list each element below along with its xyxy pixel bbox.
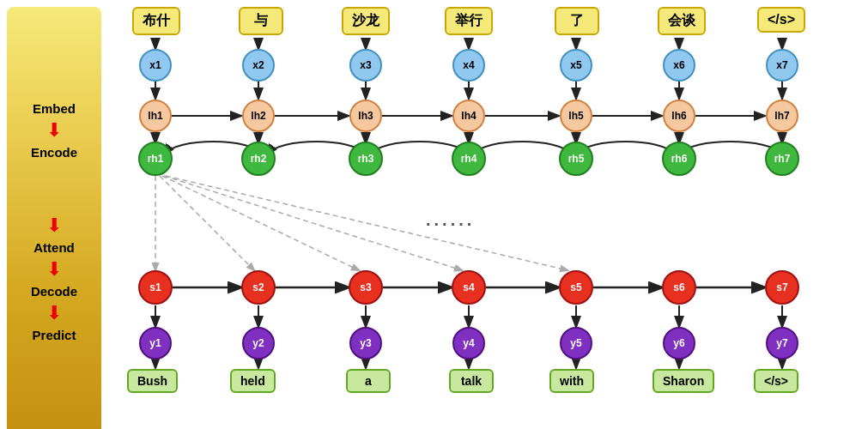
s1-node: s1 (138, 270, 173, 305)
lh5-node: lh5 (560, 100, 592, 132)
chinese-word-5: 会谈 (658, 7, 706, 35)
svg-line-51 (166, 176, 568, 270)
s5-node: s5 (559, 270, 593, 305)
chinese-word-6: </s> (757, 7, 805, 33)
svg-line-49 (162, 176, 359, 270)
output-word-3: talk (449, 369, 494, 393)
x7-node: x7 (766, 49, 798, 82)
output-word-0: Bush (127, 369, 178, 393)
arrow-encode-attend: ⬇ (46, 216, 62, 235)
y2-node: y2 (242, 327, 275, 360)
lh3-node: lh3 (349, 100, 382, 132)
y1-node: y1 (139, 327, 172, 360)
encode-step: Encode (31, 145, 77, 160)
sidebar: Embed ⬇ Encode ⬇ Attend ⬇ Decode ⬇ Predi… (7, 7, 101, 429)
output-word-1: held (230, 369, 276, 393)
embed-step: Embed (33, 101, 76, 116)
attend-step: Attend (33, 240, 75, 255)
output-word-5: Sharon (653, 369, 714, 393)
y4-node: y4 (452, 327, 485, 360)
rh5-node: rh5 (559, 142, 593, 176)
diagram-svg (108, 0, 868, 429)
chinese-word-1: 与 (239, 7, 283, 35)
rh6-node: rh6 (662, 142, 696, 176)
s3-node: s3 (349, 270, 383, 305)
chinese-word-2: 沙龙 (342, 7, 390, 35)
predict-label: Predict (33, 328, 76, 342)
rh1-node: rh1 (138, 142, 173, 176)
predict-step: Predict (33, 328, 76, 342)
x6-node: x6 (663, 49, 695, 82)
s4-node: s4 (452, 270, 486, 305)
x2-node: x2 (242, 49, 275, 82)
output-word-4: with (549, 369, 594, 393)
lh1-node: lh1 (139, 100, 172, 132)
arrow-attend-decode: ⬇ (46, 260, 62, 279)
chinese-word-4: 了 (555, 7, 599, 35)
rh2-node: rh2 (241, 142, 276, 176)
rh4-node: rh4 (452, 142, 486, 176)
x4-node: x4 (452, 49, 485, 82)
y3-node: y3 (349, 327, 382, 360)
attend-label: Attend (33, 240, 75, 255)
s7-node: s7 (765, 270, 799, 305)
s6-node: s6 (662, 270, 696, 305)
arrow-decode-predict: ⬇ (46, 304, 62, 323)
diagram-area: 布什 与 沙龙 举行 了 会谈 </s> x1 x2 x3 x4 x5 x6 x… (108, 0, 868, 429)
dots-label: ...... (426, 210, 475, 230)
chinese-word-3: 举行 (445, 7, 493, 35)
y6-node: y6 (663, 327, 695, 360)
output-word-6: </s> (754, 369, 798, 393)
y5-node: y5 (560, 327, 592, 360)
x5-node: x5 (560, 49, 592, 82)
chinese-word-0: 布什 (132, 7, 180, 35)
encode-label: Encode (31, 145, 77, 160)
lh7-node: lh7 (766, 100, 798, 132)
embed-label: Embed (33, 101, 76, 116)
s2-node: s2 (241, 270, 276, 305)
lh4-node: lh4 (452, 100, 485, 132)
rh7-node: rh7 (765, 142, 799, 176)
svg-line-50 (164, 176, 462, 270)
output-word-2: a (346, 369, 391, 393)
lh6-node: lh6 (663, 100, 695, 132)
decode-step: Decode (31, 284, 77, 299)
lh2-node: lh2 (242, 100, 275, 132)
x1-node: x1 (139, 49, 172, 82)
arrow-embed-encode: ⬇ (46, 121, 62, 140)
rh3-node: rh3 (349, 142, 383, 176)
y7-node: y7 (766, 327, 798, 360)
x3-node: x3 (349, 49, 382, 82)
main-container: Embed ⬇ Encode ⬇ Attend ⬇ Decode ⬇ Predi… (0, 0, 868, 429)
decode-label: Decode (31, 284, 77, 299)
